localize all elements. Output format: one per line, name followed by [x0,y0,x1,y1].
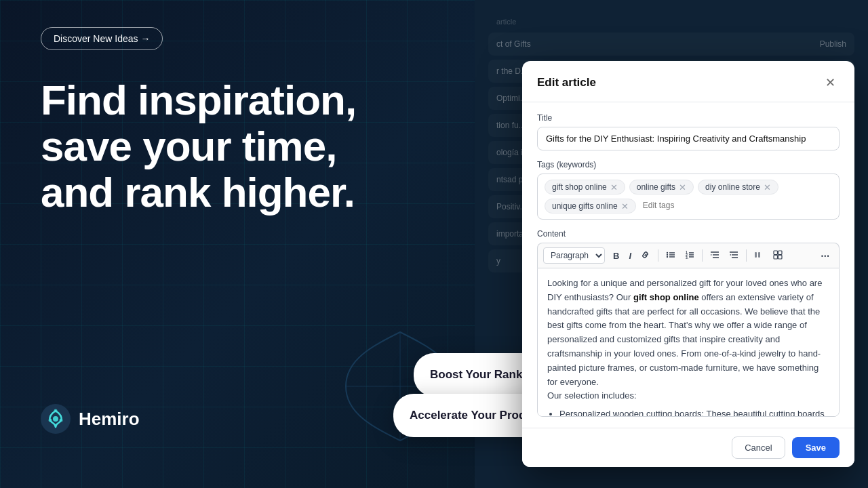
edit-article-modal: Edit article ✕ Title Tags (keywords) gif… [522,61,854,467]
tag-remove-diy-online-store[interactable]: ✕ [764,183,771,192]
cancel-button[interactable]: Cancel [732,436,785,459]
svg-point-10 [667,256,668,258]
tag-chip-diy-online-store: diy online store ✕ [698,180,778,195]
title-label: Title [537,113,840,123]
svg-rect-26 [755,252,757,258]
save-button[interactable]: Save [792,437,840,458]
toolbar-ordered-list-button[interactable]: 1.2.3. [681,247,698,264]
toolbar-divider-2 [702,249,703,262]
toolbar-bold-button[interactable]: B [609,249,623,263]
tag-remove-unique-gifts-online[interactable]: ✕ [621,202,629,211]
svg-rect-30 [774,256,778,260]
tags-section: Tags (keywords) gift shop online ✕ onlin… [537,160,840,220]
svg-point-8 [667,252,668,253]
svg-rect-31 [778,256,783,260]
toolbar-indent-button[interactable] [706,247,724,264]
tag-chip-online-gifts: online gifts ✕ [629,180,694,195]
tag-remove-online-gifts[interactable]: ✕ [679,183,686,192]
paragraph-select[interactable]: Paragraph [543,247,605,264]
svg-rect-27 [758,252,760,258]
modal-body: Title Tags (keywords) gift shop online ✕… [522,102,854,428]
toolbar-link-button[interactable] [637,247,654,264]
tags-box[interactable]: gift shop online ✕ online gifts ✕ diy on… [537,174,840,220]
content-label: Content [537,229,840,239]
modal-close-button[interactable]: ✕ [821,73,840,92]
title-input[interactable] [537,127,840,150]
tag-chip-unique-gifts-online: unique gifts online ✕ [545,199,636,214]
content-toolbar: Paragraph B I 1.2.3. [537,243,840,268]
toolbar-divider [658,249,658,262]
modal-title: Edit article [537,76,596,89]
tag-text: gift shop online [552,182,607,192]
modal-header: Edit article ✕ [522,61,854,102]
tag-chip-gift-shop-online: gift shop online ✕ [545,180,625,195]
toolbar-divider-3 [746,249,747,262]
tags-label: Tags (keywords) [537,160,840,169]
tag-text: online gifts [637,182,675,192]
tag-remove-gift-shop-online[interactable]: ✕ [610,183,618,192]
toolbar-table-button[interactable] [769,247,787,264]
toolbar-italic-button[interactable]: I [625,249,635,263]
tag-text: unique gifts online [552,201,618,211]
svg-rect-29 [778,251,783,255]
content-editor[interactable]: Looking for a unique and personalized gi… [537,268,840,417]
tag-edit-input[interactable] [640,199,747,212]
content-section: Content Paragraph B I 1 [537,229,840,417]
modal-footer: Cancel Save [522,428,854,467]
svg-rect-28 [774,251,778,255]
toolbar-quote-button[interactable] [750,247,768,264]
modal-overlay: Edit article ✕ Title Tags (keywords) gif… [0,0,868,488]
toolbar-outdent-button[interactable] [725,247,743,264]
svg-point-9 [667,254,668,256]
tag-text: diy online store [705,182,760,192]
toolbar-bullet-list-button[interactable] [662,247,679,264]
svg-text:3.: 3. [686,256,689,260]
toolbar-more-button[interactable]: ⋯ [816,249,833,263]
